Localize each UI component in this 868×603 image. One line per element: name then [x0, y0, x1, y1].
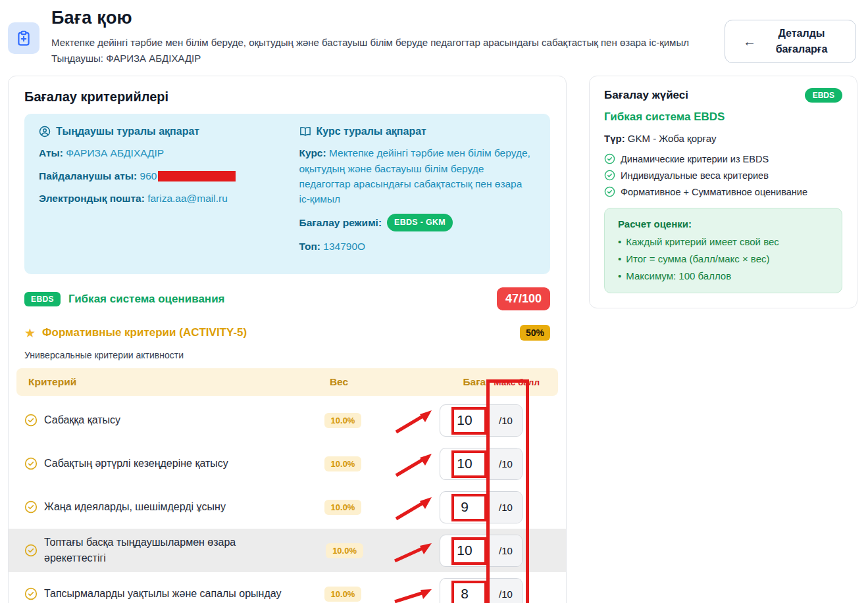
group-label: Топ: [299, 241, 320, 252]
weight-badge: 10.0% [324, 456, 362, 471]
left-arrow-icon: ← [743, 34, 756, 49]
person-icon [39, 126, 51, 137]
back-to-details-button[interactable]: ← Деталды бағаларға [725, 20, 856, 63]
score-input-wrap [440, 405, 489, 436]
criterion-name: Жаңа идеяларды, шешімдерді ұсыну [44, 499, 294, 515]
mode-badge: EBDS - GKM [387, 214, 453, 231]
username-line: Пайдаланушы аты: 960 [39, 168, 276, 183]
annotation-arrow-icon [392, 449, 436, 478]
table-header-row: Критерий Вес Баға Макс балл [16, 368, 558, 396]
score-input[interactable] [440, 448, 489, 479]
username-label: Пайдаланушы аты: [39, 170, 137, 181]
check-circle-icon [604, 153, 615, 164]
student-name-line: Аты: ФАРИЗА АБДІХАДІР [39, 145, 276, 160]
max-score-suffix: /10 [489, 405, 522, 436]
student-info-heading: Тыңдаушы туралы ақпарат [39, 126, 276, 137]
page-subtitle: Мектепке дейінгі тәрбие мен білім беруде… [51, 35, 713, 50]
weight-badge: 10.0% [324, 413, 362, 428]
criteria-card-title: Бағалау критерийлері [24, 89, 550, 105]
bullet-icon: • [618, 270, 621, 281]
score-cell: /10 [392, 578, 550, 603]
ebds-badge: EBDS [24, 292, 61, 306]
check-circle-icon [24, 587, 38, 600]
name-label: Аты: [39, 147, 63, 158]
score-input[interactable] [440, 535, 489, 566]
score-input-group: /10 [440, 448, 523, 480]
criterion-column-header: Критерий [28, 376, 290, 388]
criteria-note: Универсальные критерии активности [24, 350, 550, 360]
score-input-group: /10 [440, 535, 523, 567]
redaction-bar [158, 171, 236, 181]
score-input-wrap [440, 579, 489, 603]
check-circle-icon [24, 500, 38, 514]
name-value: ФАРИЗА АБДІХАДІР [66, 147, 164, 158]
grade-column-header: Баға [463, 376, 486, 388]
ebds-badge: EBDS [805, 88, 842, 103]
calc-item: •Итог = сумма (балл/макс × вес) [618, 253, 829, 264]
back-button-label: Деталды бағаларға [765, 26, 838, 57]
score-cell: /10 [392, 448, 550, 480]
formative-criteria-row: ★ Формативные критерии (ACTIVITY-5) 50% [24, 325, 550, 341]
feature-label: Динамические критерии из EBDS [621, 154, 769, 164]
annotation-arrow-icon [392, 406, 436, 435]
course-info-heading: Курс туралы ақпарат [299, 126, 536, 137]
score-input-group: /10 [440, 578, 523, 603]
table-row: Тапсырмаларды уақтылы және сапалы орында… [9, 572, 566, 603]
course-info-column: Курс туралы ақпарат Курс: Мектепке дейін… [299, 126, 536, 261]
check-circle-icon [24, 544, 38, 557]
info-box: Тыңдаушы туралы ақпарат Аты: ФАРИЗА АБДІ… [24, 114, 550, 274]
header-text: Баға қою Мектепке дейінгі тәрбие мен біл… [51, 5, 713, 64]
table-row: Жаңа идеяларды, шешімдерді ұсыну 10.0% /… [9, 485, 566, 529]
check-circle-icon [24, 457, 38, 470]
annotation-arrow-icon [392, 579, 436, 603]
group-line: Топ: 134790O [299, 239, 536, 254]
clipboard-plus-icon [8, 22, 39, 54]
max-score-suffix: /10 [489, 535, 522, 566]
score-column-header: Баға Макс балл [388, 376, 546, 388]
mode-label: Бағалау режимі: [299, 215, 382, 230]
course-label: Курс: [299, 147, 326, 158]
criterion-weight: 10.0% [294, 456, 392, 471]
score-input[interactable] [440, 579, 489, 603]
calc-item-label: Максимум: 100 баллов [626, 270, 731, 281]
type-label: Түр: [604, 133, 625, 144]
weight-badge: 10.0% [324, 500, 362, 515]
group-value: 134790O [323, 241, 365, 252]
calc-box-title: Расчет оценки: [618, 218, 829, 229]
feature-item: Динамические критерии из EBDS [604, 153, 842, 164]
criterion-name: Топтағы басқа тыңдаушылармен өзара әреке… [44, 535, 297, 566]
book-icon [299, 126, 311, 137]
weight-badge: 10.0% [326, 543, 363, 558]
score-input[interactable] [440, 492, 489, 523]
score-input-wrap [440, 535, 489, 566]
score-cell: /10 [392, 535, 550, 567]
system-name: Гибкая система EBDS [604, 110, 842, 124]
listener-line: Тыңдаушы: ФАРИЗА АБДІХАДІР [51, 53, 713, 64]
type-line: Түр: GKM - Жоба қорғау [604, 133, 842, 144]
page-header: Баға қою Мектепке дейінгі тәрбие мен біл… [0, 0, 868, 64]
ebds-system-row: EBDS Гибкая система оценивания 47/100 [24, 287, 550, 310]
criterion-weight: 10.0% [294, 500, 392, 515]
weight-badge: 10.0% [324, 587, 362, 602]
feature-item: Формативное + Суммативное оценивание [604, 186, 842, 197]
criterion-weight: 10.0% [294, 587, 392, 602]
table-row: Топтағы басқа тыңдаушылармен өзара әреке… [9, 529, 566, 572]
score-input-group: /10 [440, 404, 523, 437]
ebds-system-label: Гибкая система оценивания [68, 293, 225, 306]
grading-system-title: Бағалау жүйесі [604, 89, 688, 102]
grading-system-header: Бағалау жүйесі EBDS [604, 88, 842, 103]
criterion-weight: 10.0% [297, 543, 392, 558]
type-value: GKM - Жоба қорғау [628, 133, 717, 144]
grading-system-card: Бағалау жүйесі EBDS Гибкая система EBDS … [589, 76, 857, 308]
max-score-suffix: /10 [489, 579, 522, 603]
total-score-badge: 47/100 [497, 287, 550, 310]
mode-line: Бағалау режимі: EBDS - GKM [299, 214, 536, 231]
criterion-name: Сабаққа қатысу [44, 412, 294, 428]
calc-item-label: Каждый критерий имеет свой вес [626, 236, 779, 247]
table-row: Сабақтың әртүрлі кезеңдеріне қатысу 10.0… [9, 442, 566, 485]
check-circle-icon [604, 170, 615, 181]
main-content: Бағалау критерийлері Тыңдаушы туралы ақп… [0, 64, 868, 603]
max-score-suffix: /10 [489, 448, 522, 479]
score-input[interactable] [440, 405, 489, 436]
check-circle-icon [24, 414, 38, 427]
